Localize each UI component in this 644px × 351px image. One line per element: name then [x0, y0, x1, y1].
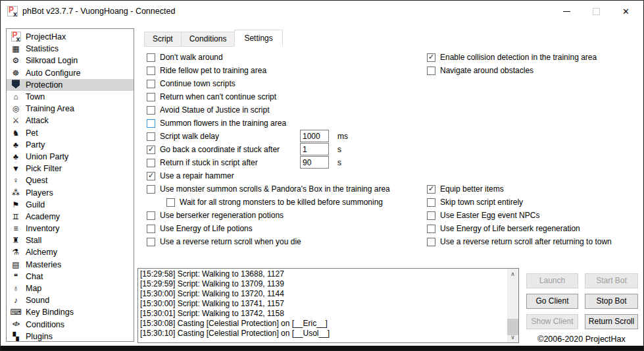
sidebar-item-statistics[interactable]: ▦Statistics: [7, 43, 134, 55]
launch-button[interactable]: Launch: [526, 273, 578, 288]
checkbox-box[interactable]: [427, 238, 435, 246]
checkbox-use-energy-of-life-potions[interactable]: Use Energy of Life potions: [147, 223, 253, 234]
checkbox-box[interactable]: [147, 132, 155, 141]
checkbox-go-back-coordinate[interactable]: ✓Go back a coordinate if stuck after: [147, 144, 280, 155]
sidebar-item-conditions[interactable]: </>Conditions: [7, 319, 134, 331]
go-back-coordinate-input[interactable]: [300, 143, 329, 155]
sidebar-item-alchemy[interactable]: ⚗Alchemy: [7, 246, 134, 258]
sidebar-item-key-bindings[interactable]: ⌨Key Bindings: [7, 306, 134, 318]
maximize-button[interactable]: [582, 1, 611, 22]
checkbox-box[interactable]: ✓: [427, 185, 435, 194]
checkbox-use-monster-summon-scrolls[interactable]: Use monster summon scrolls & Pandora's B…: [147, 184, 390, 194]
checkbox-box[interactable]: [147, 119, 155, 128]
checkbox-summon-flowers[interactable]: Summon flowers in the training area: [147, 118, 286, 128]
tab-settings[interactable]: Settings: [234, 30, 282, 47]
sidebar-item-sound[interactable]: ♪Sound: [7, 294, 134, 306]
statistics-icon: ▦: [10, 45, 22, 53]
stop-bot-button[interactable]: Stop Bot: [585, 294, 638, 309]
sidebar-item-auto-configure[interactable]: ☸Auto Configure: [7, 67, 134, 79]
show-client-button[interactable]: Show Client: [526, 314, 578, 329]
sidebar-item-academy[interactable]: ♊Academy: [7, 211, 134, 223]
sidebar-item-masteries[interactable]: ▤Masteries: [7, 259, 134, 271]
checkbox-box[interactable]: [147, 159, 155, 167]
chat-icon: ❝: [10, 273, 22, 281]
tab-script[interactable]: Script: [144, 32, 182, 47]
sidebar-item-inventory[interactable]: ≡Inventory: [7, 223, 134, 234]
copyright-text: ©2006-2020 ProjectHax: [522, 335, 641, 344]
sidebar-item-training-area[interactable]: ◎Training Area: [7, 103, 134, 115]
checkbox-enable-collision-detection[interactable]: ✓Enable collision detection in the train…: [427, 52, 597, 63]
title-bar[interactable]: P x phBot v23.7.7 - VuongHoang - Connect…: [1, 1, 643, 22]
checkbox-box[interactable]: [427, 67, 435, 75]
checkbox-use-reverse-return-scroll-die[interactable]: Use a reverse return scroll when you die: [147, 236, 301, 247]
checkbox-script-walk-delay[interactable]: Script walk delay: [147, 131, 219, 142]
log-line: [15:30:08] Casting [Celestial Protection…: [140, 319, 507, 329]
checkbox-return-if-stuck[interactable]: Return if stuck in script after: [147, 157, 258, 168]
minimize-button[interactable]: [552, 1, 582, 22]
checkbox-return-cant-continue[interactable]: Return when can't continue script: [147, 92, 276, 102]
window-title: phBot v23.7.7 - VuongHoang - Connected: [22, 7, 175, 16]
sidebar-item-map[interactable]: ♁Map: [7, 283, 134, 294]
scroll-down-icon[interactable]: ∨: [507, 332, 518, 342]
scroll-up-icon[interactable]: ∧: [507, 269, 518, 279]
checkbox-box[interactable]: ✓: [147, 172, 155, 180]
checkbox-continue-town-scripts[interactable]: Continue town scripts: [147, 78, 235, 89]
log-line: [15:30:00] Script: Walking to 13741, 115…: [140, 299, 507, 309]
key-bindings-icon: ⌨: [10, 308, 22, 316]
checkbox-use-reverse-return-scroll-town[interactable]: Use a reverse return scroll after return…: [427, 236, 612, 247]
sidebar-item-party[interactable]: ♣Party: [7, 139, 134, 151]
checkbox-box[interactable]: [147, 53, 155, 62]
checkbox-box[interactable]: [147, 225, 155, 233]
sidebar-item-stall[interactable]: ♜Stall: [7, 234, 134, 246]
go-client-button[interactable]: Go Client: [526, 294, 578, 309]
sidebar-item-projecthax[interactable]: Px ProjectHax: [7, 31, 134, 43]
checkbox-box[interactable]: [166, 198, 175, 207]
sidebar-item-town[interactable]: ⌂Town: [7, 91, 134, 103]
checkbox-box[interactable]: [147, 238, 155, 246]
checkbox-use-repair-hammer[interactable]: ✓Use a repair hammer: [147, 171, 234, 181]
start-bot-button[interactable]: Start Bot: [585, 273, 638, 288]
sidebar-item-attack[interactable]: ⚔Attack: [7, 115, 134, 126]
checkbox-navigate-around-obstacles[interactable]: Navigate around obstacles: [427, 65, 533, 76]
checkbox-box[interactable]: [147, 185, 155, 194]
checkbox-box[interactable]: [147, 80, 155, 88]
checkbox-use-berserker-potions[interactable]: Use berserker regeneration potions: [147, 210, 284, 221]
checkbox-box[interactable]: [427, 225, 435, 233]
silkroad-login-icon: ⚙: [10, 57, 22, 65]
return-scroll-button[interactable]: Return Scroll: [585, 314, 638, 329]
checkbox-box[interactable]: [147, 93, 155, 101]
tab-conditions[interactable]: Conditions: [181, 32, 235, 47]
checkbox-box[interactable]: [147, 211, 155, 220]
sidebar-item-chat[interactable]: ❝Chat: [7, 271, 134, 283]
checkbox-use-eol-berserk-regen[interactable]: Use Energy of Life berserk regeneration: [427, 223, 580, 234]
sidebar-item-pet[interactable]: ♞Pet: [7, 127, 134, 139]
sidebar-item-union-party[interactable]: ♣Union Party: [7, 151, 134, 163]
log-scrollbar[interactable]: ∧ ∨: [507, 269, 518, 342]
checkbox-box[interactable]: [147, 106, 155, 115]
checkbox-skip-town-script[interactable]: Skip town script entirely: [427, 197, 523, 207]
sidebar-item-plugins[interactable]: ▚Plugins: [7, 331, 134, 342]
checkbox-box[interactable]: [147, 67, 155, 75]
sidebar-item-silkroad-login[interactable]: ⚙Silkroad Login: [7, 55, 134, 67]
sidebar-nav: Px ProjectHax ▦Statistics ⚙Silkroad Logi…: [6, 28, 134, 342]
return-if-stuck-input[interactable]: [300, 156, 329, 169]
close-button[interactable]: ✕: [611, 1, 641, 22]
sidebar-item-pick-filter[interactable]: ▼Pick Filter: [7, 163, 134, 175]
checkbox-box[interactable]: [427, 211, 435, 220]
checkbox-use-easter-egg-npcs[interactable]: Use Easter Egg event NPCs: [427, 210, 539, 221]
checkbox-box[interactable]: ✓: [427, 53, 435, 62]
checkbox-avoid-statue-justice[interactable]: Avoid Statue of Justice in script: [147, 105, 270, 115]
sidebar-item-quest[interactable]: ♀Quest: [7, 175, 134, 186]
checkbox-box[interactable]: [427, 198, 435, 207]
tab-bar: Script Conditions Settings: [144, 30, 282, 47]
checkbox-ride-fellow-pet[interactable]: Ride fellow pet to training area: [147, 65, 266, 76]
checkbox-wait-strong-monsters[interactable]: Wait for all strong monsters to be kille…: [166, 197, 383, 207]
script-walk-delay-input[interactable]: [300, 130, 329, 142]
checkbox-dont-walk-around[interactable]: Don't walk around: [147, 52, 223, 63]
checkbox-equip-better-items[interactable]: ✓Equip better items: [427, 184, 504, 194]
checkbox-box[interactable]: ✓: [147, 146, 155, 154]
sidebar-item-players[interactable]: ⁂Players: [7, 186, 134, 198]
sidebar-item-guild[interactable]: ⚑Guild: [7, 199, 134, 211]
sidebar-item-protection[interactable]: Protection: [7, 79, 134, 91]
script-walk-delay-unit: ms: [337, 132, 348, 141]
